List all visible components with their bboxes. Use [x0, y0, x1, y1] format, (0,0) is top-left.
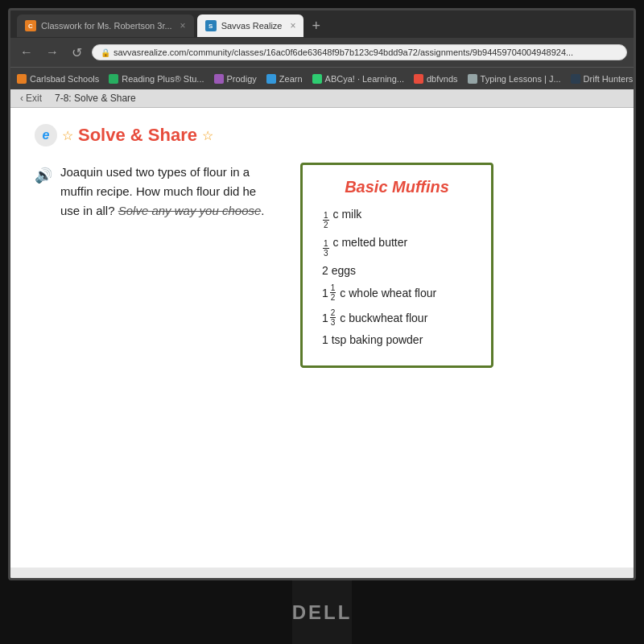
recipe-card: Basic Muffins 1 2 c milk — [300, 163, 493, 368]
back-button[interactable]: ← — [17, 43, 36, 61]
recipe-item-wheat: 1 1 2 c whole wheat flour — [322, 283, 472, 302]
address-text: savvasrealize.com/community/classes/16ac… — [114, 47, 573, 57]
fraction-half: 1 2 — [322, 211, 330, 229]
browser-chrome: C Classwork for Ms. Robertson 3r... × S … — [10, 10, 634, 89]
bookmarks-bar: Carlsbad Schools Reading Plus® Stu... Pr… — [10, 67, 634, 89]
bookmark-dbfvnds[interactable]: dbfvnds — [414, 74, 458, 84]
tab-savvas[interactable]: S Savvas Realize × — [197, 14, 304, 37]
bookmark-dbfvnds-label: dbfvnds — [427, 74, 458, 84]
page-toolbar: ‹ Exit 7-8: Solve & Share — [10, 89, 634, 108]
question-text: 🔊 Joaquin used two types of flour in a m… — [35, 163, 276, 221]
dell-logo: DELL — [292, 601, 353, 624]
main-content: e ☆ Solve & Share ☆ 🔊 Joaquin used two t… — [10, 108, 634, 568]
bookmark-dbfvnds-icon — [414, 74, 423, 84]
tab-classwork-close[interactable]: × — [180, 20, 186, 31]
strikethrough-text: Solve any way you choose — [118, 204, 262, 217]
bookmark-zearn-label: Zearn — [279, 74, 303, 84]
question-area: 🔊 Joaquin used two types of flour in a m… — [35, 163, 276, 221]
savvas-tab-icon: S — [205, 20, 217, 31]
tab-classwork-label: Classwork for Ms. Robertson 3r... — [41, 21, 172, 31]
exit-label: Exit — [26, 93, 42, 104]
screen: C Classwork for Ms. Robertson 3r... × S … — [8, 8, 636, 580]
bookmark-reading-label: Reading Plus® Stu... — [122, 74, 204, 84]
classwork-tab-icon: C — [25, 20, 36, 31]
bookmark-prodigy-icon — [214, 74, 224, 84]
recipe-item-baking-powder: 1 tsp baking powder — [322, 333, 472, 346]
bookmark-carlsbad-label: Carlsbad Schools — [30, 74, 99, 84]
tab-savvas-close[interactable]: × — [290, 20, 295, 31]
lock-icon: 🔒 — [101, 48, 110, 57]
bookmark-drift[interactable]: Drift Hunters — [571, 74, 634, 84]
exit-chevron-icon: ‹ — [20, 93, 23, 104]
forward-button[interactable]: → — [43, 43, 62, 61]
bookmark-abcya-label: ABCya! · Learning... — [325, 74, 404, 84]
fraction-third: 1 3 — [322, 239, 330, 258]
e-logo: e — [35, 124, 57, 147]
new-tab-button[interactable]: + — [307, 18, 325, 35]
star-left-icon: ☆ — [62, 128, 73, 143]
bookmark-prodigy[interactable]: Prodigy — [214, 74, 257, 84]
bookmark-carlsbad[interactable]: Carlsbad Schools — [17, 74, 99, 84]
recipe-item-milk: 1 2 c milk — [322, 208, 472, 229]
recipe-title: Basic Muffins — [322, 178, 472, 196]
bookmark-typing-icon — [468, 74, 477, 84]
e-logo-char: e — [43, 128, 50, 142]
page-content: ‹ Exit 7-8: Solve & Share e ☆ Solve & Sh… — [10, 89, 634, 578]
address-bar-row: ← → ↺ 🔒 savvasrealize.com/community/clas… — [10, 38, 634, 67]
address-bar[interactable]: 🔒 savvasrealize.com/community/classes/16… — [92, 44, 627, 60]
solve-share-header: e ☆ Solve & Share ☆ — [35, 124, 609, 147]
star-right-icon: ☆ — [202, 128, 213, 143]
mixed-one-half: 1 1 2 — [322, 283, 336, 302]
speaker-icon[interactable]: 🔊 — [35, 164, 52, 188]
bookmark-drift-label: Drift Hunters — [584, 74, 634, 84]
bookmark-typing-label: Typing Lessons | J... — [481, 74, 561, 84]
tab-classwork[interactable]: C Classwork for Ms. Robertson 3r... × — [17, 14, 194, 37]
bookmark-abcya-icon — [312, 74, 322, 84]
question-body: Joaquin used two types of flour in a muf… — [60, 163, 276, 221]
tab-savvas-label: Savvas Realize — [221, 21, 283, 31]
mixed-one-two-thirds: 1 2 3 — [322, 308, 336, 327]
bookmark-zearn-icon — [266, 74, 276, 84]
bookmark-carlsbad-icon — [17, 74, 27, 84]
bookmark-typing[interactable]: Typing Lessons | J... — [468, 74, 561, 84]
bookmark-prodigy-label: Prodigy — [227, 74, 257, 84]
solve-share-title: Solve & Share — [78, 125, 197, 146]
monitor-frame: C Classwork for Ms. Robertson 3r... × S … — [0, 0, 644, 644]
bookmark-drift-icon — [571, 74, 580, 84]
bookmark-reading-icon — [109, 74, 118, 84]
lesson-title: 7-8: Solve & Share — [55, 93, 136, 104]
recipe-item-buckwheat: 1 2 3 c buckwheat flour — [322, 308, 472, 327]
bookmark-zearn[interactable]: Zearn — [266, 74, 303, 84]
exit-button[interactable]: ‹ Exit — [20, 93, 42, 104]
bookmark-abcya[interactable]: ABCya! · Learning... — [312, 74, 404, 84]
tab-bar: C Classwork for Ms. Robertson 3r... × S … — [10, 10, 634, 38]
recipe-item-eggs: 2 eggs — [322, 264, 472, 277]
recipe-item-butter: 1 3 c melted butter — [322, 236, 472, 258]
content-area: 🔊 Joaquin used two types of flour in a m… — [35, 163, 609, 368]
dell-area: DELL — [292, 580, 353, 644]
bookmark-reading[interactable]: Reading Plus® Stu... — [109, 74, 204, 84]
refresh-button[interactable]: ↺ — [68, 43, 85, 62]
